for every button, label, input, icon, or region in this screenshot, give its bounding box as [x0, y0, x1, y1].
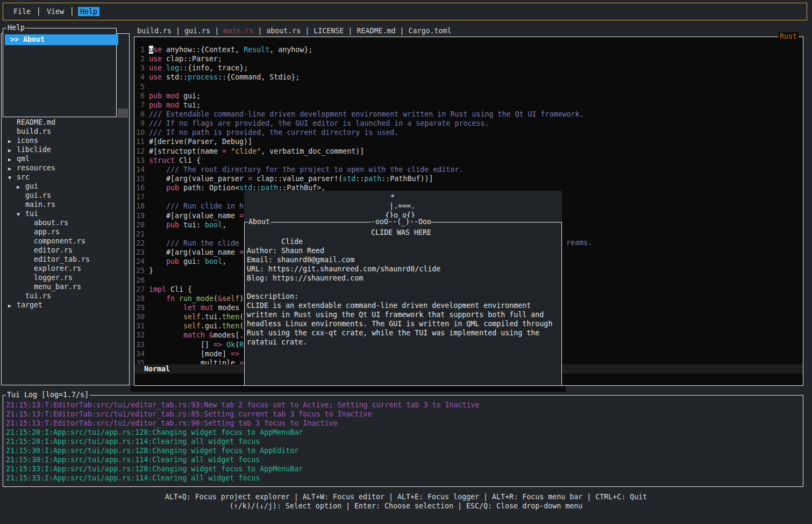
tree-item-label: editor.rs — [2, 246, 73, 255]
line-number: 22 — [136, 239, 145, 248]
line-number: 14 — [136, 165, 145, 174]
code-text: /// Run the clide — [149, 239, 244, 247]
tree-item-label: component.rs — [2, 236, 86, 246]
tree-item-label: app.rs — [2, 227, 60, 236]
tree-row-main-rs[interactable]: main.rs — [2, 200, 129, 209]
tree-row-README-md[interactable]: README.md — [2, 118, 129, 127]
line-number: 29 — [136, 303, 145, 312]
about-fields: Author: Shaun ReedEmail: shaunrd0@gmail.… — [247, 246, 560, 283]
explorer-scrollbar-thumb[interactable] — [118, 109, 128, 118]
tree-row-component-rs[interactable]: component.rs — [2, 236, 129, 246]
tree-row-qml[interactable]: ▶qml — [2, 154, 129, 163]
tree-row-editor-rs[interactable]: editor.rs — [2, 246, 129, 255]
footer-hint-secondary: (↑/k)/(↓/j): Select option | Enter: Choo… — [0, 502, 812, 510]
about-box: About -ooO--(_)--Ooo Clide CLIDE WAS HER… — [244, 222, 562, 386]
code-line[interactable]: 7pub mod tui; — [136, 101, 802, 110]
spacer — [247, 237, 560, 246]
line-number: 23 — [136, 248, 145, 257]
tree-item-label: qml — [2, 154, 30, 163]
line-number: 10 — [136, 128, 145, 137]
code-line[interactable]: 15 #[arg(value_parser = clap::value_pars… — [136, 174, 802, 183]
menu-separator: │ — [70, 8, 74, 16]
tree-row-explorer-rs[interactable]: explorer.rs — [2, 264, 129, 273]
tab-build-rs[interactable]: build.rs — [137, 27, 172, 35]
menu-item-help[interactable]: Help — [78, 7, 99, 16]
tree-row-resources[interactable]: ▶resources — [2, 163, 129, 173]
log-panel-title: Tui Log [log=1.7/s] — [6, 391, 90, 399]
code-line-22-tail: reams. — [566, 239, 592, 247]
code-line[interactable]: 10/// If no path is provided, the curren… — [136, 128, 802, 137]
tab-LICENSE[interactable]: LICENSE — [314, 27, 344, 35]
tab-README-md[interactable]: README.md — [357, 27, 395, 35]
code-line[interactable]: 8/// Extendable command-line driven deve… — [136, 110, 802, 119]
tree-row-tui-rs[interactable]: tui.rs — [2, 291, 129, 300]
tree-row-libclide[interactable]: ▶libclide — [2, 145, 129, 154]
tab-main-rs[interactable]: main.rs — [223, 27, 253, 35]
tree-item-label: gui.rs — [2, 191, 51, 200]
code-line[interactable]: 11#[derive(Parser, Debug)] — [136, 137, 802, 146]
code-line[interactable]: 9/// If no flags are provided, the GUI e… — [136, 119, 802, 128]
about-description-label: Description: — [247, 292, 560, 301]
menu-item-view[interactable]: View — [45, 7, 66, 16]
line-number: 28 — [136, 294, 145, 303]
line-number: 1 — [136, 45, 145, 54]
tree-item-label: menu_bar.rs — [2, 282, 81, 291]
code-text: match &modes[. — [149, 331, 244, 339]
tree-row-about-rs[interactable]: about.rs — [2, 218, 129, 227]
code-line[interactable]: 1use anyhow::{Context, Result, anyhow}; — [136, 45, 802, 54]
ascii-art-border-line: -ooO--(_)--Ooo — [371, 218, 431, 226]
menu-item-file[interactable]: File — [11, 7, 33, 16]
tree-row-gui-rs[interactable]: gui.rs — [2, 191, 129, 200]
log-panel[interactable]: Tui Log [log=1.7/s] 21:15:13:T:EditorTab… — [3, 395, 803, 487]
tree-item-label: build.rs — [2, 127, 51, 136]
code-line[interactable]: 14 /// The root directory for the projec… — [136, 165, 802, 174]
about-field: URL: https://git.shaunreed.com/shaunrd0/… — [247, 264, 560, 274]
code-line[interactable]: 12#[structopt(name = "clide", verbatim_d… — [136, 147, 802, 156]
code-line[interactable]: 6pub mod gui; — [136, 91, 802, 101]
tab-separator: | — [253, 27, 266, 35]
line-number: 19 — [136, 211, 145, 220]
tab-Cargo-toml[interactable]: Cargo.toml — [408, 27, 451, 35]
about-description-line: written in Rust using the Qt UI framewor… — [247, 310, 560, 319]
chevron-down-icon: ▼ — [17, 210, 20, 219]
code-line[interactable]: 5 — [136, 82, 802, 91]
help-menu-item-about[interactable]: >> About — [5, 34, 118, 45]
code-line[interactable]: 3use log::{info, trace}; — [136, 63, 802, 73]
menu-separator: │ — [37, 8, 41, 16]
tree-row-target[interactable]: ▶target — [2, 300, 129, 310]
tree-row-gui[interactable]: ▶gui — [2, 182, 129, 191]
menu-bar: File│View│Help — [3, 3, 807, 20]
tree-row-app-rs[interactable]: app.rs — [2, 227, 129, 236]
tree-row-src[interactable]: ▼src — [2, 173, 129, 182]
about-popup: *|.===.{}o o{} About -ooO--(_)--Ooo Clid… — [244, 191, 562, 386]
log-entry: 21:15:13:T:EditorTab:src/tui/editor_tab.… — [6, 410, 801, 419]
tree-row-menu-bar-rs[interactable]: menu_bar.rs — [2, 282, 129, 291]
tab-about-rs[interactable]: about.rs — [266, 27, 301, 35]
line-number: 8 — [136, 110, 145, 119]
tree-row-editor-tab-rs[interactable]: editor_tab.rs — [2, 255, 129, 264]
code-line[interactable]: 4use std::process::{Command, Stdio}; — [136, 73, 802, 82]
code-text: #[arg(value_name = — [149, 212, 244, 220]
line-number: 25 — [136, 266, 145, 275]
tree-row-icons[interactable]: ▶icons — [2, 136, 129, 145]
tab-separator: | — [344, 27, 357, 35]
about-field: Blog: https://shaunreed.com — [247, 274, 560, 283]
chevron-right-icon: ▶ — [8, 164, 11, 173]
tree-row-build-rs[interactable]: build.rs — [2, 127, 129, 136]
code-line[interactable]: 2use clap::Parser; — [136, 54, 802, 63]
code-line[interactable]: 13struct Cli { — [136, 156, 802, 165]
code-text: /// The root directory for the project t… — [149, 166, 463, 174]
tree-row-tui[interactable]: ▼tui — [2, 209, 129, 218]
chevron-right-icon: ▶ — [8, 137, 11, 146]
code-text: #[arg(value_parser = clap::value_parser!… — [149, 175, 433, 183]
line-number: 20 — [136, 220, 145, 229]
about-name-line: Clide CLIDE WAS HERE — [247, 228, 560, 237]
tab-gui-rs[interactable]: gui.rs — [184, 27, 210, 35]
tree-row-logger-rs[interactable]: logger.rs — [2, 273, 129, 282]
line-number: 7 — [136, 101, 145, 110]
ascii-art-line: * — [390, 192, 395, 202]
line-number: 21 — [136, 229, 145, 239]
tree-item-label: tui.rs — [2, 291, 51, 300]
about-content: Clide CLIDE WAS HERE Author: Shaun ReedE… — [247, 228, 560, 347]
line-number: 24 — [136, 257, 145, 266]
